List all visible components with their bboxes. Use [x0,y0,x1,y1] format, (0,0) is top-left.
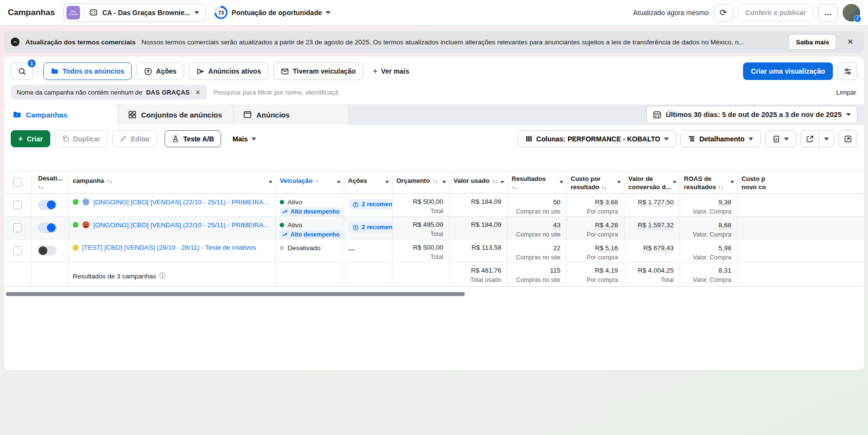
tab-adsets[interactable]: Conjuntos de anúncios [119,104,233,125]
learn-more-button[interactable]: Saiba mais [788,34,836,50]
filter-search-input[interactable]: Pesquise para filtrar por nome, identifi… [214,89,829,96]
roas-value[interactable]: 5,98 [719,244,731,252]
recommendations-pill[interactable]: 2 recomend [348,222,393,233]
header-toggle[interactable]: Desati...↑↓ [31,172,69,193]
circle-arrow-up-icon [144,67,152,76]
cpr-value[interactable]: R$ 3,68 [595,198,618,206]
preset-had-delivery[interactable]: Tiveram veiculação [273,62,363,80]
filter-caret-icon[interactable] [559,181,563,183]
total-cpr: R$ 4,19 [570,266,618,276]
cpr-value[interactable]: R$ 5,16 [595,244,618,252]
clear-filters-button[interactable]: Limpar [836,89,856,96]
ab-test-button[interactable]: Teste A/B [165,130,221,147]
main-panel: 1 Todos os anúncios Ações Anúncios ativo… [4,57,864,370]
see-more-button[interactable]: + Ver mais [368,66,414,76]
header-roas[interactable]: ROAS de resultados ↑↓ [680,172,738,193]
header-budget[interactable]: Orçamento↑↓ [393,172,450,193]
tab-campaigns[interactable]: Campanhas [4,104,118,125]
delivery-dot-icon [280,223,284,227]
info-icon[interactable]: ⓘ [159,272,165,280]
header-cost-per-result[interactable]: Custo por resultado ↑↓ [567,172,624,193]
filter-caret-icon[interactable] [673,181,677,183]
row-checkbox[interactable] [13,246,22,255]
row-checkbox[interactable] [13,200,22,209]
conversion-value[interactable]: R$ 679,43 [643,244,674,252]
filter-caret-icon[interactable] [617,181,621,183]
view-settings-button[interactable] [838,62,857,80]
create-button[interactable]: + Criar [11,130,50,147]
filter-caret-icon[interactable] [337,181,341,183]
user-avatar[interactable]: f [843,4,860,21]
row-checkbox[interactable] [13,223,22,232]
campaign-name-link[interactable]: [TEST] [CBO] [VENDAS] (28/10 - 28/11) - … [82,244,256,251]
see-more-label: Ver mais [381,67,410,75]
conversion-value[interactable]: R$ 1.727,50 [638,198,674,206]
roas-value[interactable]: 8,68 [719,221,731,229]
header-spent[interactable]: Valor usado↑↓ [450,172,508,193]
search-filter-button[interactable]: 1 [11,62,33,80]
tab-label: Anúncios [256,111,289,119]
export-button[interactable] [801,130,819,147]
export-options-button[interactable] [819,130,834,147]
remove-filter-icon[interactable]: ✕ [194,88,202,97]
circle-arrow-up-icon [352,224,359,231]
header-select-all[interactable] [4,172,31,193]
reports-button[interactable] [765,130,796,147]
actions-toolbar: + Criar Duplicar Editar Teste A/B Mais [4,125,864,153]
filter-caret-icon[interactable] [442,181,446,183]
filter-caret-icon[interactable] [500,181,504,183]
campaigns-table: Desati...↑↓ campanha↑↓ Veiculação↑ Ações… [4,171,864,287]
header-cost-new-customer[interactable]: Custo pnovo co [738,172,864,193]
more-actions-button[interactable]: Mais [226,130,263,147]
close-banner-button[interactable]: ✕ [842,35,858,49]
refresh-button[interactable]: ⟳ [714,4,733,21]
table-row: [ONGOING] [CBO] [VENDAS] (22/10 - 25/11)… [4,194,864,217]
plus-icon: + [373,66,378,76]
roas-value[interactable]: 9,38 [719,198,731,206]
results-value[interactable]: 50 [553,198,560,206]
filter-caret-icon[interactable] [385,181,389,183]
cpr-value[interactable]: R$ 4,28 [595,221,618,229]
opportunity-score[interactable]: 73 Pontuação de oportunidade [214,6,331,19]
filter-caret-icon[interactable] [269,181,272,183]
recommendations-pill[interactable]: 2 recomend [348,199,393,210]
chevron-down-icon [784,138,789,140]
duplicate-button[interactable]: Duplicar [55,130,108,147]
header-results[interactable]: Resultados↑↓ [508,172,567,193]
header-conversion-value[interactable]: Valor de conversão d... [624,172,680,193]
create-view-button[interactable]: Criar uma visualização [743,62,833,80]
budget-value: R$ 495,00 [395,220,443,230]
campaign-name-link[interactable]: [ONGOING] [CBO] [VENDAS] (22/10 - 25/11)… [93,221,271,229]
filter-chips-row: Nome da campanha não contém nenhum de DA… [4,85,864,104]
date-range-picker[interactable]: Últimos 30 dias: 5 de out de 2025 a 3 de… [646,106,857,123]
horizontal-scrollbar[interactable] [6,292,465,296]
conversion-value[interactable]: R$ 1.597,32 [638,221,674,229]
campaign-toggle[interactable] [38,223,57,233]
campaign-name-filter-chip[interactable]: Nome da campanha não contém nenhum de DA… [11,85,207,99]
campaign-toggle[interactable] [38,200,57,210]
close-icon: ✕ [847,38,853,46]
more-options-button[interactable]: … [818,4,838,21]
edit-button[interactable]: Editar [112,130,158,147]
header-delivery[interactable]: Veiculação↑ [276,172,344,193]
charts-button[interactable] [839,130,857,147]
header-actions[interactable]: Ações [344,172,393,193]
copy-icon [62,135,69,142]
preset-active-ads[interactable]: Anúncios ativos [189,62,269,80]
preset-actions[interactable]: Ações [137,62,184,80]
select-all-checkbox[interactable] [13,178,22,187]
envelope-icon [281,67,289,76]
account-selector[interactable]: Das Graças CA - Das Graças Brownie... [63,3,206,22]
results-value[interactable]: 22 [553,244,560,252]
campaign-name-link[interactable]: [ONGOING] [CBO] [VENDAS] (22/10 - 25/11)… [93,198,271,206]
breakdown-button[interactable]: Detalhamento [681,130,761,147]
filter-caret-icon[interactable] [730,181,734,183]
search-icon [18,67,26,76]
tab-ads[interactable]: Anúncios [234,104,348,125]
header-campaign[interactable]: campanha↑↓ [69,172,276,193]
results-value[interactable]: 43 [553,221,560,229]
columns-button[interactable]: Colunas: PERFORMANCE - KOBALTO [518,130,677,147]
campaign-toggle[interactable] [38,246,57,256]
preset-all-ads[interactable]: Todos os anúncios [43,62,132,80]
review-publish-button[interactable]: Conferir e publicar [738,4,813,21]
